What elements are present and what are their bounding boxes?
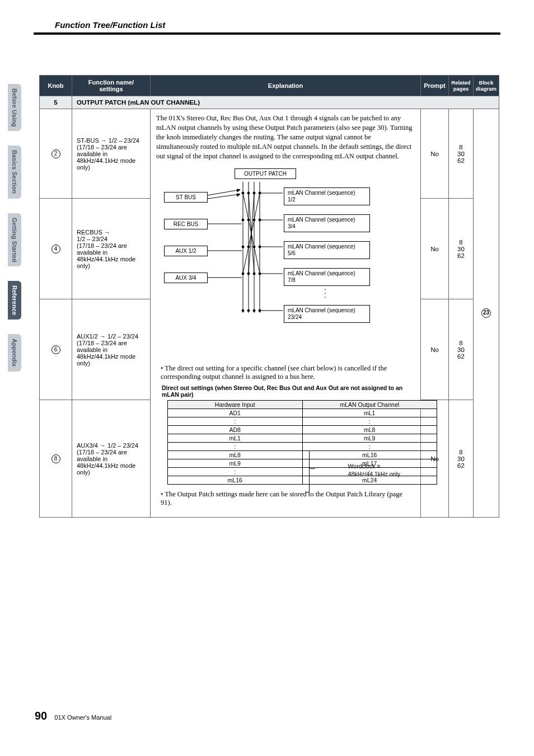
prompt-cell: No [421,109,449,199]
bullet-text-2: The Output Patch settings made here can … [161,490,402,506]
knob-cell: 2 [40,109,72,199]
knob-number-icon: 6 [51,345,60,354]
table-header-row: Knob Function name/ settings Explanation… [40,76,499,96]
tab-before-using[interactable]: Before Using [8,84,21,131]
prompt-cell: No [421,199,449,299]
inner-cell: : [168,443,303,451]
bullet-text-1: The direct out setting for a specific ch… [161,364,387,381]
col-knob: Knob [40,76,72,96]
svg-point-22 [259,246,261,248]
inner-cell: mL16 [302,451,437,459]
svg-point-30 [259,309,261,312]
pages-cell: 8 30 62 [449,109,474,199]
knob-cell: 8 [40,400,72,518]
svg-point-15 [242,219,244,221]
col-block: Block diagram [474,76,499,96]
inner-cell: mL16 [168,476,303,485]
col-func: Function name/ settings [72,76,151,96]
tab-appendix[interactable]: Appendix [8,334,21,371]
knob-cell: 4 [40,199,72,299]
inner-h1: Hardware Input [168,401,303,409]
section-title: OUTPUT PATCH (mLAN OUT CHANNEL) [72,96,499,109]
bullet-library: • The Output Patch settings made here ca… [161,490,415,507]
svg-point-18 [259,219,261,221]
routing-diagram: OUTPUT PATCH ST BUS REC BUS AUX 1/2 AUX … [151,161,420,362]
page-header: Function Tree/Function List [55,20,165,30]
svg-marker-1 [237,189,240,192]
svg-line-0 [208,190,240,195]
inner-cell: mL9 [168,459,303,468]
page-footer: 90 01X Owner's Manual [35,710,111,722]
knob-cell: 6 [40,299,72,400]
tab-basics[interactable]: Basics Section [8,145,21,198]
bracket-icon [306,450,310,492]
svg-point-19 [242,246,244,248]
inner-cell: : [302,443,437,451]
inner-cell: mL1 [302,409,437,417]
func-cell: ST-BUS → 1/2 – 23/24 (17/18 – 23/24 are … [72,109,151,199]
func-cell: AUX3/4 → 1/2 – 23/24 (17/18 – 23/24 are … [72,400,151,518]
function-table: Knob Function name/ settings Explanation… [39,75,499,518]
knob-number-icon: 2 [51,149,60,158]
footer-text: 01X Owner's Manual [54,714,111,721]
routing-lines [151,161,397,328]
inner-cell: : [168,468,303,476]
svg-line-2 [208,194,240,199]
svg-point-29 [253,309,255,312]
explanation-cell: The 01X's Stereo Out, Rec Bus Out, Aux O… [151,109,421,518]
inner-cell: mL8 [168,451,303,459]
tab-getting-started[interactable]: Getting Started [8,213,21,266]
block-diagram-cell: 23 [474,109,499,518]
section-row: 5 OUTPUT PATCH (mLAN OUT CHANNEL) [40,96,499,109]
header-rule [34,32,500,35]
pages-cell: 8 30 62 [449,199,474,299]
bullet-direct-out: • The direct out setting for a specific … [161,364,415,381]
prompt-cell: No [421,299,449,400]
explanation-para: The 01X's Stereo Out, Rec Bus Out, Aux O… [151,109,420,161]
pages-cell: 8 30 62 [449,299,474,400]
func-cell: AUX1/2 → 1/2 – 23/24 (17/18 – 23/24 are … [72,299,151,400]
knob-number-icon: 4 [51,245,60,253]
inner-cell: mL8 [302,426,437,434]
inner-cell: : [302,417,437,426]
wordclock-note: Wordclock = 48kHz/44.1kHz only [348,463,400,477]
inner-cell: AD8 [168,426,303,434]
svg-point-27 [242,309,244,312]
inner-cell: mL1 [168,434,303,443]
tab-reference[interactable]: Reference [8,281,21,320]
pages-cell: 8 30 62 [449,400,474,518]
direct-out-caption: Direct out settings (when Stereo Out, Re… [162,384,415,398]
wordclock-line2: 48kHz/44.1kHz only [348,471,400,477]
section-num: 5 [40,96,72,109]
bracket-stem [310,468,315,469]
table-row: 2 ST-BUS → 1/2 – 23/24 (17/18 – 23/24 ar… [40,109,499,199]
inner-h2: mLAN Output Channel [302,401,437,409]
svg-point-28 [247,309,250,312]
page-number: 90 [35,710,47,722]
col-expl: Explanation [151,76,421,96]
col-prompt: Prompt [421,76,449,96]
inner-cell: mL9 [302,434,437,443]
knob-number-icon: 8 [51,454,60,463]
col-pages: Related pages [449,76,474,96]
inner-cell: : [168,417,303,426]
func-cell: RECBUS → 1/2 – 23/24 (17/18 – 23/24 are … [72,199,151,299]
side-tabs: Before Using Basics Section Getting Star… [8,84,25,386]
inner-cell: AD1 [168,409,303,417]
block-diagram-ref: 23 [481,308,491,318]
wordclock-line1: Wordclock = [348,463,381,469]
svg-marker-3 [237,194,240,196]
